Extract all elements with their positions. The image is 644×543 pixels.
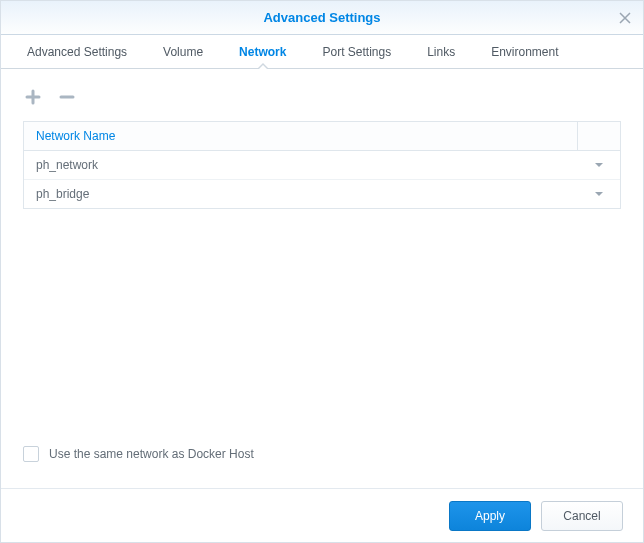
remove-button[interactable] [57,87,77,107]
tab-advanced-settings[interactable]: Advanced Settings [9,35,145,68]
content-area: Network Name ph_network ph_bridge [1,69,643,488]
tab-port-settings[interactable]: Port Settings [304,35,409,68]
close-icon[interactable] [607,1,643,35]
table-row[interactable]: ph_network [24,151,620,180]
toolbar [23,87,621,107]
tabstrip: Advanced Settings Volume Network Port Se… [1,35,643,69]
use-host-network-label: Use the same network as Docker Host [49,447,254,461]
network-name-cell: ph_bridge [36,187,590,201]
tab-network[interactable]: Network [221,35,304,68]
network-name-cell: ph_network [36,158,590,172]
chevron-down-icon[interactable] [590,163,608,168]
dialog-footer: Apply Cancel [1,488,643,542]
add-button[interactable] [23,87,43,107]
grid-header: Network Name [24,122,620,151]
apply-button[interactable]: Apply [449,501,531,531]
dialog-title: Advanced Settings [263,10,380,25]
tab-volume[interactable]: Volume [145,35,221,68]
titlebar: Advanced Settings [1,1,643,35]
tab-environment[interactable]: Environment [473,35,576,68]
use-host-network-checkbox[interactable] [23,446,39,462]
tab-links[interactable]: Links [409,35,473,68]
network-grid: Network Name ph_network ph_bridge [23,121,621,209]
chevron-down-icon[interactable] [590,192,608,197]
cancel-button[interactable]: Cancel [541,501,623,531]
use-host-network-option: Use the same network as Docker Host [23,436,621,478]
table-row[interactable]: ph_bridge [24,180,620,208]
column-network-name[interactable]: Network Name [36,129,115,143]
dialog: Advanced Settings Advanced Settings Volu… [0,0,644,543]
